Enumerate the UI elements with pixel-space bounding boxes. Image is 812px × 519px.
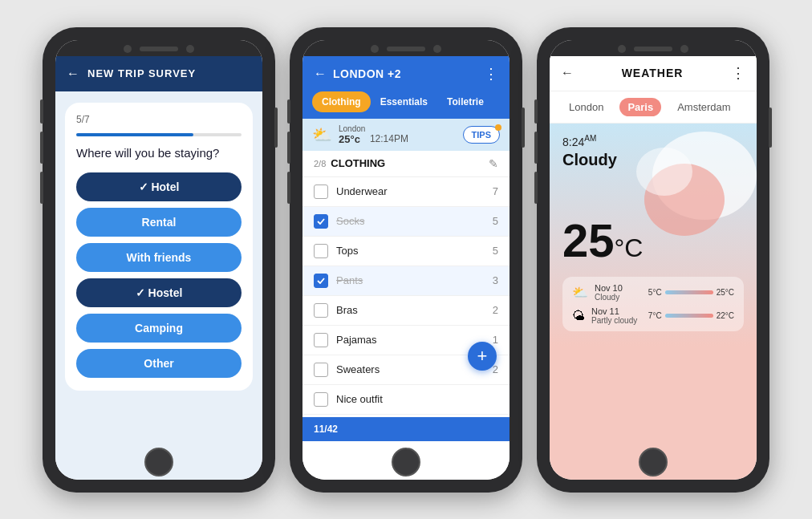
mute-button-2 — [287, 99, 290, 124]
home-button-2[interactable] — [392, 448, 420, 476]
item-name-bras: Bras — [336, 304, 493, 316]
forecast-condition-1: Cloudy — [595, 293, 636, 302]
volume-down-button-3 — [534, 172, 538, 204]
home-button-1[interactable] — [144, 448, 173, 476]
phone-3: ← WEATHER ⋮ London Paris Amsterdam 8:24A… — [537, 27, 769, 493]
volume-down-button-2 — [287, 172, 290, 204]
section-title: CLOTHING — [331, 157, 489, 169]
checkbox-sweaters[interactable] — [314, 363, 328, 377]
volume-up-button — [40, 132, 43, 164]
list-item: Underwear 7 — [302, 177, 510, 207]
survey-options: ✓ Hotel Rental With friends ✓ Hostel Cam… — [76, 172, 242, 378]
progress-bar-bg — [76, 133, 242, 136]
mute-button-3 — [534, 99, 538, 124]
forecast-range-2: 7°C 22°C — [648, 311, 734, 320]
checkbox-pants[interactable] — [314, 274, 328, 288]
more-icon[interactable]: ⋮ — [484, 65, 498, 83]
item-name-tops: Tops — [336, 245, 493, 257]
item-count-pants: 3 — [493, 274, 498, 286]
checkbox-socks[interactable] — [314, 214, 328, 229]
phone-3-top-bar — [550, 40, 757, 56]
power-button — [274, 107, 278, 148]
checkbox-nice-outfit[interactable] — [314, 392, 328, 407]
volume-up-button-3 — [534, 132, 538, 164]
item-count-tops: 5 — [493, 245, 498, 257]
packing-header-left: ← LONDON +2 — [314, 67, 401, 81]
phone-1: ← NEW TRIP SURVEY 5/7 Where will you be … — [43, 27, 275, 493]
speaker — [140, 47, 178, 51]
forecast-range-1: 5°C 25°C — [648, 288, 734, 297]
tab-clothing[interactable]: Clothing — [312, 91, 371, 112]
checkbox-bras[interactable] — [314, 303, 328, 318]
item-name-underwear: Underwear — [336, 185, 493, 197]
cloud-small — [636, 148, 692, 196]
forecast-section: ⛅ Nov 10 Cloudy 5°C 25°C 🌤 — [562, 277, 744, 331]
item-name-pants: Pants — [336, 274, 493, 286]
list-item: Tops 5 — [302, 237, 510, 266]
option-hostel[interactable]: ✓ Hostel — [76, 278, 242, 307]
tips-notification-dot — [495, 124, 501, 131]
phone-1-screen: ← NEW TRIP SURVEY 5/7 Where will you be … — [55, 40, 262, 480]
tab-toiletries[interactable]: Toiletrie — [437, 91, 493, 112]
add-item-button[interactable]: + — [468, 342, 497, 371]
tab-paris[interactable]: Paris — [619, 98, 661, 116]
weather-city: London — [339, 124, 408, 133]
option-hotel[interactable]: ✓ Hotel — [76, 172, 242, 201]
survey-card: 5/7 Where will you be staying? ✓ Hotel R… — [65, 103, 253, 391]
footer-count: 11/42 — [314, 424, 338, 435]
tab-amsterdam[interactable]: Amsterdam — [669, 98, 738, 116]
forecast-date-block-2: Nov 11 Partly cloudy — [591, 306, 637, 325]
city-tabs: London Paris Amsterdam — [550, 91, 757, 124]
home-button-3[interactable] — [639, 448, 668, 476]
option-with-friends[interactable]: With friends — [76, 243, 242, 272]
temp-low-1: 5°C — [648, 288, 662, 297]
weather-main: 8:24AM Cloudy 25°C ⛅ Nov — [550, 124, 757, 441]
weather-icon: ⛅ — [312, 125, 332, 144]
temp-bar-1 — [665, 290, 713, 294]
camera-dot-2 — [186, 45, 194, 53]
phone-2: ← LONDON +2 ⋮ Clothing Essentials Toilet… — [290, 27, 522, 493]
list-item: Socks 5 — [302, 207, 510, 237]
checkbox-tops[interactable] — [314, 244, 328, 258]
phone-1-bottom — [55, 441, 262, 480]
weather-bar: ⛅ London 25°c 12:14PM TIPS — [302, 119, 510, 151]
volume-down-button — [40, 172, 43, 204]
weather-header: ← WEATHER ⋮ — [550, 56, 757, 91]
weather-illustration — [620, 124, 757, 252]
back-icon[interactable]: ← — [67, 67, 79, 81]
phone-3-screen: ← WEATHER ⋮ London Paris Amsterdam 8:24A… — [550, 40, 757, 480]
phone-2-top-bar — [302, 40, 510, 56]
clothing-list: Underwear 7 Socks 5 Tops 5 — [302, 177, 510, 417]
mute-button — [40, 99, 43, 124]
list-item: Bras 2 — [302, 296, 510, 326]
more-icon-3[interactable]: ⋮ — [731, 64, 745, 82]
temp-high-1: 25°C — [717, 288, 734, 297]
option-other[interactable]: Other — [76, 349, 242, 378]
progress-bar-fill — [76, 133, 193, 136]
back-icon-3[interactable]: ← — [561, 66, 574, 80]
tab-essentials[interactable]: Essentials — [371, 91, 437, 112]
camera-dot-4 — [433, 45, 441, 53]
phone-2-bottom — [302, 441, 510, 480]
forecast-row-1: ⛅ Nov 10 Cloudy 5°C 25°C — [572, 283, 734, 302]
tips-button[interactable]: TIPS — [463, 126, 500, 144]
checkbox-pajamas[interactable] — [314, 333, 328, 347]
back-icon-2[interactable]: ← — [314, 67, 327, 81]
item-name-socks: Socks — [336, 215, 493, 227]
camera-dot-6 — [680, 45, 688, 53]
option-rental[interactable]: Rental — [76, 208, 242, 237]
forecast-date-1: Nov 10 — [595, 283, 636, 293]
power-button-2 — [522, 107, 525, 148]
packing-title: LONDON +2 — [333, 67, 401, 80]
tab-london[interactable]: London — [561, 98, 611, 116]
camera-dot-3 — [371, 45, 379, 53]
weather-info: London 25°c 12:14PM — [339, 124, 408, 145]
option-camping[interactable]: Camping — [76, 314, 242, 343]
checkbox-underwear[interactable] — [314, 184, 328, 199]
camera-dot-5 — [618, 45, 626, 53]
weather-temp: 25°c — [339, 133, 360, 145]
edit-icon[interactable]: ✎ — [489, 157, 498, 170]
item-count-underwear: 7 — [493, 185, 498, 197]
power-button-3 — [769, 107, 772, 148]
list-item: Pants 3 — [302, 266, 510, 296]
